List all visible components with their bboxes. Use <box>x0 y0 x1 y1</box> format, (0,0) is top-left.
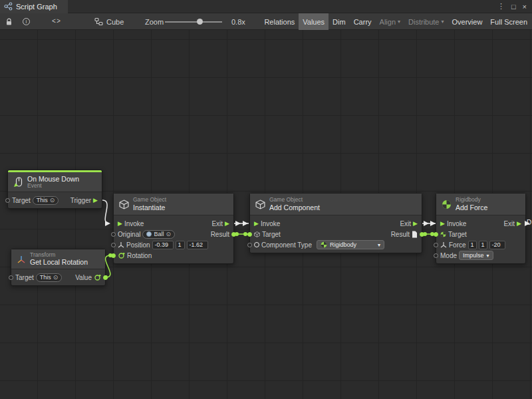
input-port-target[interactable] <box>5 198 10 203</box>
force-mode-dropdown[interactable]: Impulse ▾ <box>459 251 493 260</box>
force-z-field[interactable]: -20 <box>489 241 505 249</box>
dim-button[interactable]: Dim <box>329 13 350 30</box>
output-port-value[interactable] <box>103 275 108 280</box>
distribute-button[interactable]: Distribute▾ <box>404 13 448 30</box>
node-instantiate[interactable]: Game Object Instantiate ▶ Invoke Exit ▶ … <box>113 193 234 264</box>
this-object-pill[interactable]: This ⊙ <box>33 196 59 205</box>
port-label-result: Result <box>211 231 229 238</box>
object-picker-icon[interactable]: ⊙ <box>53 274 59 281</box>
chevron-down-icon: ▾ <box>442 19 444 25</box>
component-type-dropdown[interactable]: Rigidbody ▾ <box>317 240 384 249</box>
mouse-icon <box>13 177 23 188</box>
port-label-force: Force <box>449 241 466 249</box>
port-label-position: Position <box>126 241 150 249</box>
rotation-icon <box>118 252 125 259</box>
invoke-flow-port[interactable]: ▶ <box>440 221 445 227</box>
node-title: Get Local Rotation <box>30 258 88 266</box>
exit-flow-port[interactable]: ▶ <box>413 221 418 227</box>
input-port-original[interactable] <box>111 232 116 237</box>
script-graph-icon <box>4 2 13 11</box>
port-label-invoke: Invoke <box>124 220 144 227</box>
chevron-down-icon: ▾ <box>398 19 400 25</box>
input-port-rotation[interactable] <box>111 253 116 258</box>
node-header: Game Object Add Component <box>250 194 422 215</box>
info-icon: i <box>23 18 30 25</box>
window-titlebar: Script Graph ⋮ □ × <box>0 0 532 13</box>
position-z-field[interactable]: -1.62 <box>187 241 208 249</box>
output-port-result[interactable] <box>420 232 424 237</box>
ball-icon <box>146 231 152 237</box>
fullscreen-button[interactable]: Full Screen <box>486 13 531 30</box>
input-port-force[interactable] <box>434 243 438 247</box>
port-label-component-type: Component Type <box>261 241 312 249</box>
port-label-target: Target <box>15 274 34 281</box>
transform-icon <box>17 255 26 264</box>
lock-icon <box>5 18 13 26</box>
port-label-target: Target <box>448 231 467 238</box>
input-port-target[interactable] <box>434 232 438 237</box>
rigidbody-icon <box>442 200 452 209</box>
invoke-flow-port[interactable]: ▶ <box>254 221 259 227</box>
zoom-value: 0.8x <box>231 13 245 30</box>
node-header: On Mouse Down Event <box>8 172 102 192</box>
node-title: On Mouse Down <box>27 175 79 183</box>
dropdown-value: Rigidbody <box>330 241 356 248</box>
zoom-slider-handle[interactable] <box>197 19 203 25</box>
input-port-target[interactable] <box>247 232 252 237</box>
overview-button[interactable]: Overview <box>448 13 487 30</box>
input-port-mode[interactable] <box>434 253 438 258</box>
vector3-icon <box>118 241 124 248</box>
position-y-field[interactable]: 1 <box>176 241 185 249</box>
position-x-field[interactable]: -0.39 <box>152 241 174 249</box>
offscreen-node-fragment: D <box>527 219 531 226</box>
node-on-mouse-down[interactable]: On Mouse Down Event Target This ⊙ Trigge… <box>7 170 102 209</box>
force-x-field[interactable]: 1 <box>468 241 477 249</box>
window-close-icon[interactable]: × <box>523 3 527 11</box>
gameobject-icon <box>254 231 260 237</box>
relations-button[interactable]: Relations <box>260 13 299 30</box>
pill-text: This <box>40 274 51 281</box>
cube-icon <box>119 200 129 209</box>
carry-button[interactable]: Carry <box>350 13 376 30</box>
graph-breadcrumb[interactable]: Cube <box>94 13 124 30</box>
input-port-position[interactable] <box>111 243 116 247</box>
force-y-field[interactable]: 1 <box>479 241 487 249</box>
lock-button[interactable] <box>5 13 13 30</box>
input-port-component-type[interactable] <box>247 243 252 247</box>
zoom-slider-track[interactable] <box>165 21 222 23</box>
edit-graph-button[interactable]: <> <box>52 13 61 30</box>
input-port-target[interactable] <box>9 275 13 280</box>
rigidbody-icon <box>321 241 327 248</box>
window-tab[interactable]: Script Graph <box>0 0 68 13</box>
values-button[interactable]: Values <box>299 13 329 30</box>
port-label-result: Result <box>391 231 410 238</box>
chevron-down-icon: ▾ <box>487 253 489 259</box>
window-title: Script Graph <box>16 3 57 11</box>
dropdown-value: Impulse <box>463 252 484 259</box>
type-port-icon <box>254 242 259 247</box>
node-get-local-rotation[interactable]: Transform Get Local Rotation Target This… <box>11 249 106 286</box>
invoke-flow-port[interactable]: ▶ <box>118 221 122 227</box>
port-label-target: Target <box>12 197 31 204</box>
graph-icon <box>94 17 103 26</box>
object-picker-icon[interactable]: ⊙ <box>50 197 55 203</box>
exit-flow-port[interactable]: ▶ <box>225 221 229 227</box>
align-button[interactable]: Align▾ <box>376 13 404 30</box>
info-button[interactable]: i <box>23 13 30 30</box>
window-maximize-icon[interactable]: □ <box>511 3 516 11</box>
document-icon <box>412 231 418 238</box>
node-add-force[interactable]: Rigidbody Add Force ▶ Invoke Exit ▶ Targ… <box>436 193 526 264</box>
port-label-rotation: Rotation <box>127 252 152 259</box>
this-object-pill[interactable]: This ⊙ <box>36 273 63 282</box>
graph-toolbar: i <> Cube Zoom 0.8x Relations Values Dim… <box>0 13 532 30</box>
object-picker-icon[interactable]: ⊙ <box>166 231 171 237</box>
exit-flow-port[interactable]: ▶ <box>517 221 521 227</box>
node-header: Transform Get Local Rotation <box>11 249 105 269</box>
ball-object-pill[interactable]: Ball ⊙ <box>142 230 175 239</box>
trigger-flow-port[interactable]: ▶ <box>93 198 98 203</box>
window-menu-icon[interactable]: ⋮ <box>497 2 505 11</box>
node-add-component[interactable]: Game Object Add Component ▶ Invoke Exit … <box>249 193 422 253</box>
port-label-target: Target <box>262 231 281 238</box>
node-header: Rigidbody Add Force <box>436 194 525 215</box>
output-port-result[interactable] <box>231 232 236 237</box>
